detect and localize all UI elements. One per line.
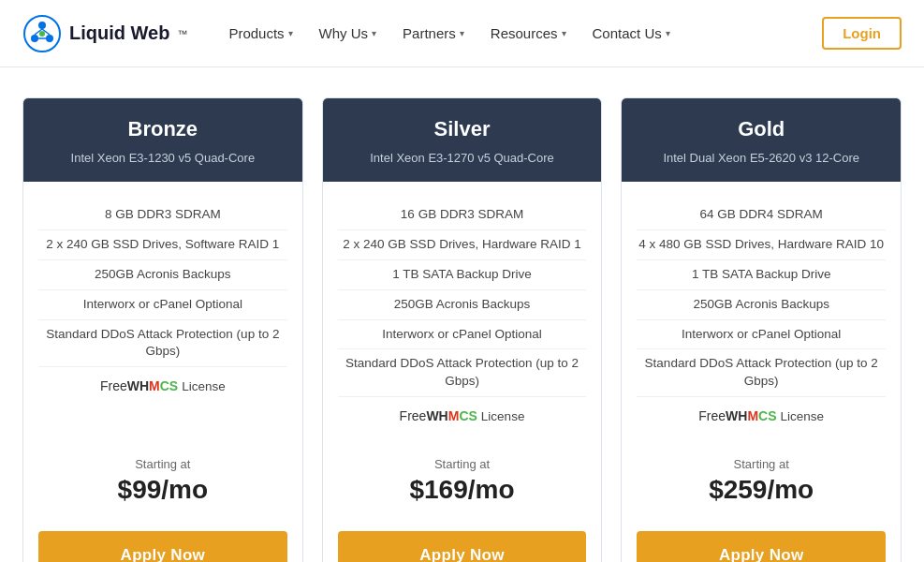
- plan-card-bronze: Bronze Intel Xeon E3-1230 v5 Quad-Core 8…: [22, 97, 303, 562]
- plan-price-0: $99/mo: [38, 475, 287, 505]
- apply-now-button-1[interactable]: Apply Now: [338, 531, 587, 562]
- svg-point-7: [39, 31, 45, 37]
- plan-header-1: Silver Intel Xeon E3-1270 v5 Quad-Core: [323, 98, 602, 182]
- nav-contactus-label: Contact Us: [593, 25, 662, 41]
- whmcs-logo: FreeWHMCS: [698, 408, 776, 423]
- plan-header-2: Gold Intel Dual Xeon E5-2620 v3 12-Core: [622, 98, 901, 182]
- plan-processor-0: Intel Xeon E3-1230 v5 Quad-Core: [38, 151, 287, 165]
- feature-item: Interworx or cPanel Optional: [338, 320, 587, 350]
- nav-whyus-label: Why Us: [319, 25, 369, 41]
- plan-card-silver: Silver Intel Xeon E3-1270 v5 Quad-Core 1…: [322, 97, 603, 562]
- feature-item: Interworx or cPanel Optional: [637, 320, 886, 350]
- feature-item: 250GB Acronis Backups: [637, 290, 886, 320]
- nav-products-label: Products: [228, 25, 284, 41]
- nav-partners[interactable]: Partners ▾: [391, 18, 476, 49]
- svg-point-1: [38, 22, 46, 29]
- plan-processor-2: Intel Dual Xeon E5-2620 v3 12-Core: [637, 151, 886, 165]
- logo-tm: ™: [177, 28, 187, 39]
- plan-processor-1: Intel Xeon E3-1270 v5 Quad-Core: [338, 151, 587, 165]
- whmcs-label: License: [781, 409, 825, 423]
- whmcs-license: FreeWHMCSLicense: [338, 408, 587, 423]
- apply-now-button-0[interactable]: Apply Now: [38, 531, 287, 562]
- plan-name-2: Gold: [637, 117, 886, 141]
- plan-cta-0: Apply Now: [23, 520, 302, 562]
- chevron-down-icon: ▾: [372, 28, 376, 38]
- plan-cta-1: Apply Now: [323, 520, 602, 562]
- feature-item: Standard DDoS Attack Protection (up to 2…: [38, 320, 287, 368]
- nav-products[interactable]: Products ▾: [217, 18, 303, 49]
- feature-item: 1 TB SATA Backup Drive: [637, 260, 886, 290]
- nav-whyus[interactable]: Why Us ▾: [308, 18, 389, 49]
- feature-item: 250GB Acronis Backups: [338, 290, 587, 320]
- nav-resources-label: Resources: [491, 25, 558, 41]
- feature-item: 2 x 240 GB SSD Drives, Hardware RAID 1: [338, 230, 587, 260]
- nav-resources[interactable]: Resources ▾: [479, 18, 578, 49]
- plan-card-gold: Gold Intel Dual Xeon E5-2620 v3 12-Core …: [621, 97, 902, 562]
- plan-pricing-1: Starting at $169/mo: [323, 442, 602, 520]
- whmcs-logo: FreeWHMCS: [400, 408, 477, 423]
- feature-item: 64 GB DDR4 SDRAM: [637, 200, 886, 230]
- nav-contactus[interactable]: Contact Us ▾: [581, 18, 682, 49]
- feature-item: Standard DDoS Attack Protection (up to 2…: [637, 349, 886, 397]
- plan-features-0: 8 GB DDR3 SDRAM2 x 240 GB SSD Drives, So…: [23, 182, 302, 442]
- feature-item: 4 x 480 GB SSD Drives, Hardware RAID 10: [637, 230, 886, 260]
- plan-header-0: Bronze Intel Xeon E3-1230 v5 Quad-Core: [23, 98, 302, 182]
- logo-icon: [22, 14, 62, 53]
- chevron-down-icon: ▾: [562, 28, 566, 38]
- chevron-down-icon: ▾: [666, 28, 670, 38]
- chevron-down-icon: ▾: [288, 28, 293, 38]
- logo[interactable]: Liquid Web ™: [22, 14, 187, 53]
- starting-at-label: Starting at: [338, 457, 587, 471]
- feature-item: Standard DDoS Attack Protection (up to 2…: [338, 349, 587, 397]
- login-button[interactable]: Login: [822, 17, 902, 50]
- plan-features-1: 16 GB DDR3 SDRAM2 x 240 GB SSD Drives, H…: [323, 182, 602, 442]
- feature-item: 2 x 240 GB SSD Drives, Software RAID 1: [38, 230, 287, 260]
- feature-item: 8 GB DDR3 SDRAM: [38, 200, 287, 230]
- logo-text: Liquid Web: [69, 22, 169, 44]
- plan-pricing-2: Starting at $259/mo: [622, 442, 901, 520]
- plans-grid: Bronze Intel Xeon E3-1230 v5 Quad-Core 8…: [0, 67, 924, 562]
- feature-item: 250GB Acronis Backups: [38, 260, 287, 290]
- starting-at-label: Starting at: [637, 457, 886, 471]
- whmcs-license: FreeWHMCSLicense: [637, 408, 886, 423]
- navbar: Liquid Web ™ Products ▾ Why Us ▾ Partner…: [0, 0, 924, 67]
- whmcs-logo: FreeWHMCS: [100, 378, 178, 393]
- plan-name-0: Bronze: [38, 117, 287, 141]
- nav-links: Products ▾ Why Us ▾ Partners ▾ Resources…: [217, 18, 822, 49]
- feature-item: 16 GB DDR3 SDRAM: [338, 200, 587, 230]
- plan-price-2: $259/mo: [637, 475, 886, 505]
- whmcs-label: License: [481, 409, 525, 423]
- starting-at-label: Starting at: [38, 457, 287, 471]
- whmcs-license: FreeWHMCSLicense: [38, 378, 287, 393]
- whmcs-label: License: [182, 379, 226, 393]
- plan-pricing-0: Starting at $99/mo: [23, 442, 302, 520]
- feature-item: Interworx or cPanel Optional: [38, 290, 287, 320]
- feature-item: 1 TB SATA Backup Drive: [338, 260, 587, 290]
- plan-price-1: $169/mo: [338, 475, 587, 505]
- nav-partners-label: Partners: [403, 25, 456, 41]
- plan-cta-2: Apply Now: [622, 520, 901, 562]
- plan-name-1: Silver: [338, 117, 587, 141]
- apply-now-button-2[interactable]: Apply Now: [637, 531, 886, 562]
- chevron-down-icon: ▾: [460, 28, 464, 38]
- plan-features-2: 64 GB DDR4 SDRAM4 x 480 GB SSD Drives, H…: [622, 182, 901, 442]
